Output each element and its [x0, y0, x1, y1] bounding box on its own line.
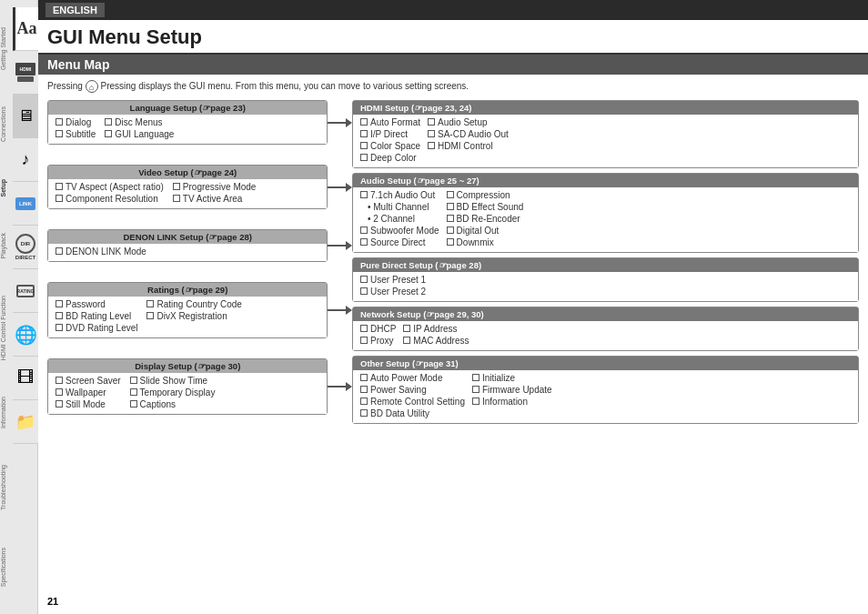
checkbox: [130, 377, 137, 384]
setup-item: BD Data Utility: [360, 408, 465, 418]
sidebar-tab-network[interactable]: 🌐: [13, 313, 38, 357]
film-icon: 🎞: [17, 368, 34, 388]
setup-item: Audio Setup: [428, 117, 509, 127]
sidebar-tab-direct[interactable]: DIR DIRECT: [13, 226, 38, 269]
setup-item: IP Address: [403, 324, 469, 334]
sidebar-tab-rating[interactable]: RATING: [13, 269, 38, 313]
setup-item: Proxy: [360, 336, 396, 346]
setup-item: HDMI Control: [428, 141, 509, 151]
setup-item: Downmix: [447, 237, 524, 247]
puredirect-setup-box: Pure Direct Setup (☞page 28) User Preset…: [352, 257, 859, 302]
checkbox: [56, 377, 63, 384]
spacer2: [47, 216, 352, 223]
language-setup-col1: Dialog Subtitle: [56, 117, 96, 141]
language-setup-body: Dialog Subtitle Disc Menus GUI Language: [48, 115, 327, 144]
audio-setup-col2: Compression BD Effect Sound BD Re-Encode…: [447, 190, 524, 249]
setup-item: Progressive Mode: [173, 182, 257, 192]
ratings-setup-col1: Password BD Rating Level DVD Rating Leve…: [56, 299, 137, 335]
puredirect-setup-col1: User Preset 1 User Preset 2: [360, 275, 426, 298]
setup-item: Initialize: [472, 373, 552, 383]
arrowhead-denon: [346, 241, 352, 250]
checkbox: [428, 142, 435, 149]
setup-item: Information: [472, 397, 552, 407]
checkbox: [56, 130, 63, 137]
language-setup-col2: Disc Menus GUI Language: [105, 117, 174, 141]
checkbox: [360, 238, 368, 246]
checkbox: [360, 154, 368, 161]
arrow-line-denon: [328, 245, 346, 247]
setup-item: Source Direct: [360, 237, 439, 247]
sidebar-vert-labels: Getting Started Connections Setup Playba…: [0, 0, 13, 614]
sidebar-tab-video[interactable]: 🖥: [13, 95, 38, 138]
checkbox: [130, 388, 137, 396]
video-setup-box: Video Setup (☞page 24) TV Aspect (Aspect…: [47, 165, 328, 209]
arrowhead-ratings: [346, 306, 352, 315]
checkbox: [56, 388, 63, 396]
setup-item: Temporary Display: [130, 388, 216, 398]
denon-setup-box: DENON LINK Setup (☞page 28) DENON LINK M…: [47, 229, 328, 262]
arrowhead-video: [346, 183, 352, 192]
video-setup-col2: Progressive Mode TV Active Area: [173, 182, 257, 206]
sidebar-tab-link[interactable]: LINK: [13, 182, 38, 226]
checkbox: [360, 287, 368, 295]
setup-item: Subwoofer Mode: [360, 226, 439, 236]
direct-icon: DIR DIRECT: [15, 234, 35, 260]
checkbox: [360, 130, 368, 137]
checkbox: [360, 325, 368, 332]
sidebar-label-setup: Setup: [0, 179, 13, 196]
checkbox: [447, 238, 454, 246]
setup-item: Slide Show Time: [130, 376, 216, 386]
link-icon: LINK: [15, 197, 35, 210]
checkbox: [56, 118, 63, 126]
sidebar-label-gettingstarted: Getting Started: [0, 27, 13, 70]
diagram: Language Setup (☞page 23) Dialog Subtitl…: [47, 100, 859, 424]
setup-item: Dialog: [56, 117, 96, 127]
display-setup-box: Display Setup (☞page 30) Screen Saver Wa…: [47, 358, 328, 415]
language-setup-title: Language Setup (☞page 23): [48, 101, 327, 115]
checkbox: [447, 203, 454, 210]
other-setup-box: Other Setup (☞page 31) Auto Power Mode P…: [352, 356, 859, 424]
checkbox: [56, 195, 63, 202]
checkbox: [472, 398, 479, 405]
setup-item: • Multi Channel: [368, 202, 439, 212]
display-setup-row: Display Setup (☞page 30) Screen Saver Wa…: [47, 358, 352, 415]
page-title: GUI Menu Setup: [47, 25, 859, 49]
home-icon: ⌂: [86, 80, 98, 93]
sidebar-label-connections: Connections: [0, 106, 13, 142]
checkbox: [447, 215, 454, 222]
checkbox: [105, 118, 112, 126]
audio-setup-box: Audio Setup (☞page 25 ~ 27) 7.1ch Audio …: [352, 173, 859, 253]
sidebar-tab-audio[interactable]: ♪: [13, 138, 38, 182]
checkbox: [56, 300, 63, 307]
spacer4: [47, 345, 352, 352]
video-setup-col1: TV Aspect (Aspect ratio) Component Resol…: [56, 182, 164, 206]
sidebar-label-playback: Playback: [0, 233, 13, 258]
language-setup-row: Language Setup (☞page 23) Dialog Subtitl…: [47, 100, 352, 145]
checkbox: [56, 183, 63, 190]
puredirect-setup-body: User Preset 1 User Preset 2: [353, 272, 858, 301]
other-setup-title: Other Setup (☞page 31): [353, 357, 858, 370]
hdmi-setup-body: Auto Format I/P Direct Color Space Deep …: [353, 115, 858, 167]
language-label: ENGLISH: [45, 3, 105, 17]
setup-item: 7.1ch Audio Out: [360, 190, 439, 200]
setup-item: Compression: [447, 190, 524, 200]
checkbox: [447, 191, 454, 198]
sidebar-tab-display[interactable]: 🎞: [13, 357, 38, 400]
checkbox: [428, 130, 435, 137]
sidebar-tab-hdmi[interactable]: HDMI: [13, 51, 38, 95]
setup-item: Password: [56, 299, 137, 309]
audio-setup-title: Audio Setup (☞page 25 ~ 27): [353, 174, 858, 187]
setup-item: SA-CD Audio Out: [428, 129, 509, 139]
sidebar-tab-language[interactable]: Aa: [13, 7, 38, 51]
display-setup-col1: Screen Saver Wallpaper Still Mode: [56, 376, 121, 411]
sidebar-label-specs: Specifications: [0, 548, 13, 587]
globe-icon: 🌐: [15, 324, 37, 346]
setup-item: Auto Power Mode: [360, 373, 465, 383]
sidebar-tab-other[interactable]: 📁: [13, 400, 38, 444]
setup-item: I/P Direct: [360, 129, 420, 139]
checkbox: [447, 226, 454, 234]
page-number: 21: [47, 596, 58, 607]
setup-item: TV Aspect (Aspect ratio): [56, 182, 164, 192]
setup-item: DVD Rating Level: [56, 323, 137, 333]
video-setup-body: TV Aspect (Aspect ratio) Component Resol…: [48, 179, 327, 208]
